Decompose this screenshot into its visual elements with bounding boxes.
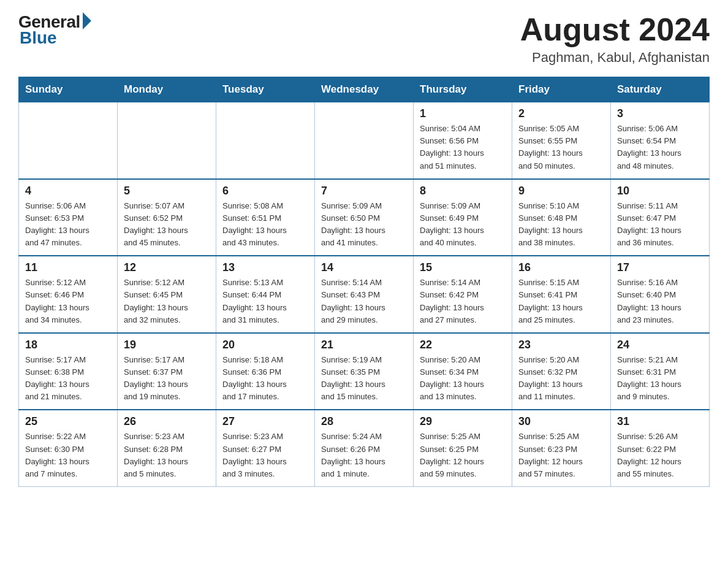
day-info: Sunrise: 5:14 AMSunset: 6:43 PMDaylight:… [321,277,407,326]
day-number: 18 [25,339,111,351]
calendar-cell: 26Sunrise: 5:23 AMSunset: 6:28 PMDayligh… [118,410,216,486]
day-number: 24 [617,339,703,351]
calendar-cell: 19Sunrise: 5:17 AMSunset: 6:37 PMDayligh… [118,333,216,410]
day-number: 19 [124,339,210,351]
day-info: Sunrise: 5:06 AMSunset: 6:54 PMDaylight:… [617,123,703,172]
day-number: 31 [617,415,703,428]
calendar-cell: 28Sunrise: 5:24 AMSunset: 6:26 PMDayligh… [315,410,414,486]
calendar-cell: 16Sunrise: 5:15 AMSunset: 6:41 PMDayligh… [512,256,611,333]
day-info: Sunrise: 5:16 AMSunset: 6:40 PMDaylight:… [617,277,703,326]
day-number: 29 [420,415,506,428]
calendar-cell: 24Sunrise: 5:21 AMSunset: 6:31 PMDayligh… [611,333,710,410]
day-number: 15 [420,261,506,274]
calendar-cell: 31Sunrise: 5:26 AMSunset: 6:22 PMDayligh… [611,410,710,486]
day-info: Sunrise: 5:12 AMSunset: 6:45 PMDaylight:… [124,277,210,326]
calendar-cell: 12Sunrise: 5:12 AMSunset: 6:45 PMDayligh… [118,256,216,333]
day-info: Sunrise: 5:19 AMSunset: 6:35 PMDaylight:… [321,354,407,404]
calendar-cell: 30Sunrise: 5:25 AMSunset: 6:23 PMDayligh… [512,410,611,486]
calendar-cell [19,102,118,179]
weekday-header-row: SundayMondayTuesdayWednesdayThursdayFrid… [19,77,710,102]
day-info: Sunrise: 5:25 AMSunset: 6:25 PMDaylight:… [420,431,506,480]
logo-triangle-icon [83,12,91,29]
weekday-header-tuesday: Tuesday [216,77,315,102]
day-number: 20 [222,339,308,351]
calendar-cell: 7Sunrise: 5:09 AMSunset: 6:50 PMDaylight… [315,179,414,256]
day-info: Sunrise: 5:09 AMSunset: 6:50 PMDaylight:… [321,200,407,250]
title-block: August 2024 Paghman, Kabul, Afghanistan [520,12,710,66]
day-info: Sunrise: 5:15 AMSunset: 6:41 PMDaylight:… [518,277,604,326]
day-number: 28 [321,415,407,428]
calendar-cell [315,102,414,179]
calendar-week-row: 25Sunrise: 5:22 AMSunset: 6:30 PMDayligh… [19,410,710,486]
day-info: Sunrise: 5:06 AMSunset: 6:53 PMDaylight:… [25,200,111,250]
day-number: 17 [617,261,703,274]
calendar-cell: 17Sunrise: 5:16 AMSunset: 6:40 PMDayligh… [611,256,710,333]
calendar-cell [118,102,216,179]
day-number: 13 [222,261,308,274]
day-number: 12 [124,261,210,274]
weekday-header-sunday: Sunday [19,77,118,102]
day-info: Sunrise: 5:18 AMSunset: 6:36 PMDaylight:… [222,354,308,404]
day-info: Sunrise: 5:13 AMSunset: 6:44 PMDaylight:… [222,277,308,326]
day-info: Sunrise: 5:17 AMSunset: 6:38 PMDaylight:… [25,354,111,404]
day-number: 3 [617,107,703,120]
weekday-header-saturday: Saturday [611,77,710,102]
calendar-cell: 3Sunrise: 5:06 AMSunset: 6:54 PMDaylight… [611,102,710,179]
calendar-cell: 13Sunrise: 5:13 AMSunset: 6:44 PMDayligh… [216,256,315,333]
day-info: Sunrise: 5:26 AMSunset: 6:22 PMDaylight:… [617,431,703,480]
calendar-cell: 1Sunrise: 5:04 AMSunset: 6:56 PMDaylight… [414,102,512,179]
calendar-cell: 11Sunrise: 5:12 AMSunset: 6:46 PMDayligh… [19,256,118,333]
day-info: Sunrise: 5:12 AMSunset: 6:46 PMDaylight:… [25,277,111,326]
day-info: Sunrise: 5:24 AMSunset: 6:26 PMDaylight:… [321,431,407,480]
day-number: 6 [222,185,308,197]
calendar-cell: 6Sunrise: 5:08 AMSunset: 6:51 PMDaylight… [216,179,315,256]
day-number: 4 [25,185,111,197]
day-number: 22 [420,339,506,351]
day-number: 1 [420,107,506,120]
day-number: 26 [124,415,210,428]
day-number: 25 [25,415,111,428]
day-info: Sunrise: 5:23 AMSunset: 6:27 PMDaylight:… [222,431,308,480]
page-header: General Blue August 2024 Paghman, Kabul,… [18,12,710,66]
calendar-cell: 4Sunrise: 5:06 AMSunset: 6:53 PMDaylight… [19,179,118,256]
day-info: Sunrise: 5:04 AMSunset: 6:56 PMDaylight:… [420,123,506,172]
day-info: Sunrise: 5:23 AMSunset: 6:28 PMDaylight:… [124,431,210,480]
day-info: Sunrise: 5:25 AMSunset: 6:23 PMDaylight:… [518,431,604,480]
calendar-week-row: 4Sunrise: 5:06 AMSunset: 6:53 PMDaylight… [19,179,710,256]
calendar-week-row: 1Sunrise: 5:04 AMSunset: 6:56 PMDaylight… [19,102,710,179]
day-number: 9 [518,185,604,197]
calendar-week-row: 11Sunrise: 5:12 AMSunset: 6:46 PMDayligh… [19,256,710,333]
day-info: Sunrise: 5:10 AMSunset: 6:48 PMDaylight:… [518,200,604,250]
day-info: Sunrise: 5:20 AMSunset: 6:32 PMDaylight:… [518,354,604,404]
calendar-cell: 9Sunrise: 5:10 AMSunset: 6:48 PMDaylight… [512,179,611,256]
calendar-cell: 29Sunrise: 5:25 AMSunset: 6:25 PMDayligh… [414,410,512,486]
location-title: Paghman, Kabul, Afghanistan [520,50,710,66]
day-info: Sunrise: 5:20 AMSunset: 6:34 PMDaylight:… [420,354,506,404]
calendar-cell: 8Sunrise: 5:09 AMSunset: 6:49 PMDaylight… [414,179,512,256]
calendar-table: SundayMondayTuesdayWednesdayThursdayFrid… [18,77,710,487]
day-number: 5 [124,185,210,197]
day-info: Sunrise: 5:05 AMSunset: 6:55 PMDaylight:… [518,123,604,172]
calendar-cell: 22Sunrise: 5:20 AMSunset: 6:34 PMDayligh… [414,333,512,410]
day-info: Sunrise: 5:17 AMSunset: 6:37 PMDaylight:… [124,354,210,404]
logo: General Blue [18,12,91,48]
calendar-cell: 10Sunrise: 5:11 AMSunset: 6:47 PMDayligh… [611,179,710,256]
logo-blue-text: Blue [20,28,57,48]
weekday-header-friday: Friday [512,77,611,102]
weekday-header-monday: Monday [118,77,216,102]
day-info: Sunrise: 5:14 AMSunset: 6:42 PMDaylight:… [420,277,506,326]
calendar-cell: 25Sunrise: 5:22 AMSunset: 6:30 PMDayligh… [19,410,118,486]
day-info: Sunrise: 5:22 AMSunset: 6:30 PMDaylight:… [25,431,111,480]
day-number: 27 [222,415,308,428]
day-number: 10 [617,185,703,197]
calendar-cell: 18Sunrise: 5:17 AMSunset: 6:38 PMDayligh… [19,333,118,410]
calendar-cell: 20Sunrise: 5:18 AMSunset: 6:36 PMDayligh… [216,333,315,410]
day-number: 14 [321,261,407,274]
day-number: 11 [25,261,111,274]
day-info: Sunrise: 5:11 AMSunset: 6:47 PMDaylight:… [617,200,703,250]
calendar-cell [216,102,315,179]
day-info: Sunrise: 5:08 AMSunset: 6:51 PMDaylight:… [222,200,308,250]
calendar-cell: 21Sunrise: 5:19 AMSunset: 6:35 PMDayligh… [315,333,414,410]
calendar-cell: 15Sunrise: 5:14 AMSunset: 6:42 PMDayligh… [414,256,512,333]
weekday-header-wednesday: Wednesday [315,77,414,102]
